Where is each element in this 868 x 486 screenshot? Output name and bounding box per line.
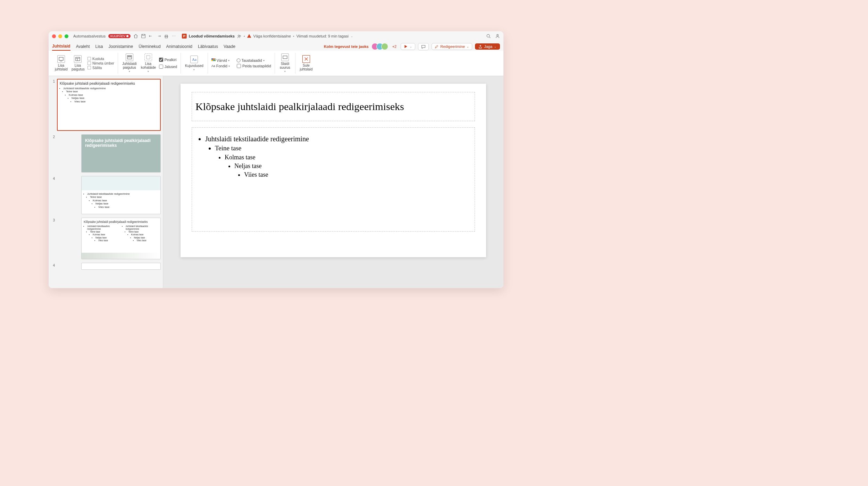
svg-rect-7: [76, 57, 80, 61]
preserve-button[interactable]: Säilita: [87, 66, 114, 70]
thumb-title: Klõpsake juhtslaidi pealkirjalaadi redig…: [85, 138, 157, 148]
close-window-icon[interactable]: [52, 34, 56, 38]
share-button[interactable]: Jaga ⌄: [475, 43, 500, 50]
svg-rect-16: [214, 60, 216, 61]
slide-canvas[interactable]: Klõpsake juhtslaidi pealkirjalaadi redig…: [163, 76, 503, 288]
label: Slaidi suurus: [279, 62, 291, 69]
svg-point-2: [238, 35, 239, 36]
comments-button[interactable]: [418, 43, 429, 50]
insert-slide-master-button[interactable]: Lisa juhtslaid: [54, 55, 68, 72]
tab-home[interactable]: Avaleht: [76, 43, 90, 50]
last-modified[interactable]: Viimati muudetud: 9 min tagasi: [297, 34, 349, 38]
undo-icon[interactable]: [149, 34, 153, 39]
thumbnail-pane[interactable]: 1 Klõpsake juhtslaidi pealkirjalaadi red…: [49, 76, 163, 288]
thumb-l1: Juhtslaidi tekstilaadide redigeerimine: [63, 87, 158, 90]
thumb-layout-two-content[interactable]: Klõpsake juhtslaidi pealkirjalaadi redig…: [81, 218, 161, 259]
thumb-number: 4: [51, 176, 55, 181]
tab-transitions[interactable]: Üleminekud: [139, 43, 160, 50]
powerpoint-icon: P: [182, 34, 187, 39]
tab-insert[interactable]: Lisa: [95, 43, 103, 50]
svg-rect-11: [211, 58, 213, 60]
label: Kujundused: [185, 64, 203, 68]
activity-text[interactable]: Kolm tegevust teie jaoks: [324, 44, 369, 49]
title-placeholder[interactable]: Klõpsake juhtslaidi pealkirjalaadi redig…: [192, 92, 475, 121]
present-button[interactable]: ⌄: [401, 43, 415, 50]
footers-checkbox[interactable]: Jalused: [159, 65, 177, 69]
svg-rect-1: [165, 36, 167, 38]
minimize-window-icon[interactable]: [58, 34, 62, 38]
more-presence[interactable]: +2: [392, 44, 397, 49]
label: Lisa paigutus: [72, 64, 84, 71]
bg-styles-dropdown[interactable]: Taustalaadid: [236, 58, 265, 62]
close-master-button[interactable]: Sule juhtslaid: [299, 55, 314, 72]
body-l1: Juhtslaidi tekstilaadide redigeerimine: [205, 134, 470, 144]
thumb-l2: Teine tase: [66, 90, 158, 93]
slide[interactable]: Klõpsake juhtslaidi pealkirjalaadi redig…: [181, 84, 486, 257]
editing-mode-button[interactable]: Redigeerimine ⌄: [432, 43, 472, 50]
app-window: Automaatsalvestus KUUPÄEV ⋯ P Loodud või…: [49, 31, 503, 288]
thumb-layout-blank[interactable]: [81, 263, 161, 270]
svg-rect-14: [211, 60, 213, 61]
tab-view[interactable]: Vaade: [224, 43, 235, 50]
body-placeholder[interactable]: Juhtslaidi tekstilaadide redigeerimine T…: [192, 127, 475, 232]
presence-avatars[interactable]: [372, 43, 388, 50]
people-icon[interactable]: [237, 34, 242, 39]
label: Sule juhtslaid: [300, 64, 313, 71]
thumb-layout-content[interactable]: Juhtslaidi tekstilaadide redigeerimine T…: [81, 176, 161, 214]
thumb-number: 2: [51, 134, 55, 139]
thumb-master[interactable]: Klõpsake juhtslaidi pealkirjalaadi redig…: [57, 79, 161, 131]
redo-icon[interactable]: [156, 34, 161, 39]
person-icon[interactable]: [495, 34, 500, 39]
document-title[interactable]: Loodud võimendamiseks: [189, 34, 235, 38]
tab-draw[interactable]: Joonistamine: [109, 43, 133, 50]
svg-point-3: [240, 35, 241, 36]
autosave-badge[interactable]: KUUPÄEV: [108, 34, 131, 38]
svg-rect-13: [214, 58, 216, 60]
print-icon[interactable]: [164, 34, 169, 39]
search-icon[interactable]: [486, 34, 491, 39]
more-icon[interactable]: ⋯: [172, 34, 176, 39]
svg-rect-18: [283, 56, 287, 59]
titlebar: Automaatsalvestus KUUPÄEV ⋯ P Loodud või…: [49, 31, 503, 41]
tab-slide-master[interactable]: Juhtslaid: [52, 42, 70, 51]
home-icon[interactable]: [133, 34, 138, 39]
thumb-number: 3: [51, 218, 55, 222]
body-l2: Teine tase: [215, 144, 470, 153]
fonts-dropdown[interactable]: AaFondid: [211, 64, 230, 68]
save-icon[interactable]: [141, 34, 146, 39]
thumb-title: Klõpsake juhtslaidi pealkirjalaadi redig…: [84, 220, 158, 224]
body-l4: Neljas tase: [234, 162, 470, 170]
thumb-l5: Viies tase: [74, 100, 158, 103]
delete-button[interactable]: Kustuta: [87, 57, 114, 61]
ribbon-tabs: Juhtslaid Avaleht Lisa Joonistamine Ülem…: [49, 41, 503, 51]
thumb-layout-title[interactable]: Klõpsake juhtslaidi pealkirjalaadi redig…: [81, 134, 161, 173]
rename-button[interactable]: Nimeta ümber: [87, 61, 114, 65]
insert-layout-button[interactable]: Lisa paigutus: [71, 55, 85, 72]
insert-placeholder-button[interactable]: Lisa kohatäide ▾: [140, 53, 156, 74]
svg-rect-10: [147, 56, 150, 59]
svg-point-17: [237, 59, 240, 62]
svg-rect-9: [128, 56, 131, 57]
avatar: [381, 43, 388, 50]
svg-point-4: [487, 34, 490, 37]
sensitivity-icon: [247, 34, 251, 38]
master-layout-button[interactable]: Juhtslaidi paigutus ▾: [122, 53, 137, 74]
ribbon: Lisa juhtslaid Lisa paigutus Kustuta Nim…: [49, 51, 503, 76]
hide-bg-checkbox[interactable]: Peida taustapildid: [237, 64, 271, 68]
themes-button[interactable]: Aa Kujundused ▾: [184, 55, 204, 72]
maximize-window-icon[interactable]: [65, 34, 68, 38]
slide-size-button[interactable]: Slaidi suurus ▾: [278, 53, 292, 74]
workspace: 1 Klõpsake juhtslaidi pealkirjalaadi red…: [49, 76, 503, 288]
label: Lisa juhtslaid: [55, 64, 67, 71]
svg-rect-6: [59, 57, 63, 60]
label: Juhtslaidi paigutus: [122, 62, 137, 69]
colors-dropdown[interactable]: Värvid: [211, 58, 229, 62]
tab-review[interactable]: Läbivaatus: [198, 43, 218, 50]
thumb-l3: Kolmas tase: [69, 93, 158, 97]
tab-animations[interactable]: Animatsioonid: [166, 43, 192, 50]
svg-rect-12: [213, 58, 214, 60]
title-checkbox[interactable]: Pealkiri: [159, 58, 177, 62]
document-title-area: P Loodud võimendamiseks • Väga konfident…: [182, 34, 353, 39]
sensitivity-label[interactable]: Väga konfidentsiaalne: [253, 34, 291, 38]
tabs-right: Kolm tegevust teie jaoks +2 ⌄ Redigeerim…: [324, 43, 500, 50]
